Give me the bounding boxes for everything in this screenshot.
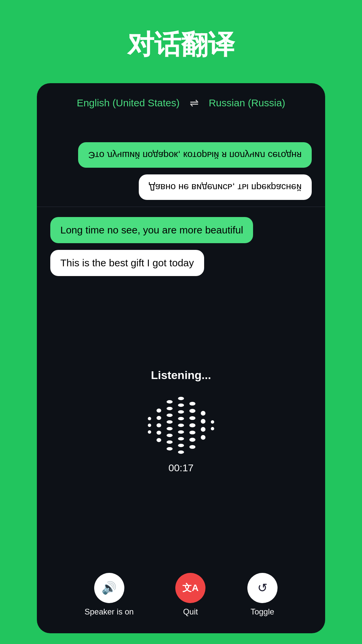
normal-chat-area: Long time no see, you are more beautiful… (37, 207, 325, 283)
normal-bubble-1: Long time no see, you are more beautiful (50, 217, 253, 243)
dot (178, 417, 184, 420)
dot (189, 431, 195, 434)
listening-area: Listening... (37, 283, 325, 566)
dot (157, 438, 161, 442)
waveform-col-6 (201, 410, 205, 440)
dot (148, 430, 151, 434)
dot (167, 447, 173, 450)
dot (201, 411, 205, 416)
dot (167, 434, 173, 437)
speaker-icon: 🔊 (102, 581, 117, 595)
dot (167, 427, 173, 430)
toggle-button[interactable]: ↺ (247, 573, 278, 603)
recording-timer: 00:17 (168, 462, 193, 474)
dot (201, 435, 205, 440)
speaker-label: Speaker is on (84, 607, 134, 616)
dot (148, 417, 151, 420)
flipped-bubble-2: Давно не виделись, ты прекрасней (139, 174, 312, 200)
waveform-col-7 (211, 417, 214, 434)
dot (211, 420, 214, 424)
toggle-icon: ↺ (257, 581, 267, 595)
dot (178, 410, 184, 414)
dot (201, 427, 205, 432)
dot (178, 397, 184, 400)
dot (189, 402, 195, 406)
page-title: 对话翻译 (127, 27, 235, 63)
waveform-col-1 (148, 415, 151, 435)
dot (178, 430, 184, 434)
waveform-visualization (148, 395, 214, 455)
dot (178, 444, 184, 447)
dot (178, 450, 184, 454)
speaker-control[interactable]: 🔊 Speaker is on (84, 573, 134, 616)
flipped-bubble-1: Это лучший подарок, который я получил се… (78, 142, 312, 168)
language-header: English (United States) ⇌ Russian (Russi… (37, 83, 325, 119)
main-card: English (United States) ⇌ Russian (Russi… (37, 83, 325, 633)
dot (167, 420, 173, 424)
translate-icon: 文A (182, 582, 198, 594)
toggle-label: Toggle (250, 607, 274, 616)
bottom-controls: 🔊 Speaker is on 文A Quit ↺ Toggle (37, 566, 325, 633)
dot (157, 409, 161, 413)
listening-status: Listening... (151, 369, 211, 382)
waveform-col-4 (178, 397, 184, 454)
dot (189, 423, 195, 427)
dot (157, 416, 161, 420)
dot (178, 424, 184, 427)
dot (167, 440, 173, 444)
quit-control[interactable]: 文A Quit (175, 573, 205, 616)
dot (201, 419, 205, 424)
flipped-chat-area: Это лучший подарок, который я получил се… (37, 119, 325, 207)
dot (189, 409, 195, 413)
quit-label: Quit (183, 607, 198, 616)
dot (189, 438, 195, 441)
dot (167, 400, 173, 404)
toggle-control[interactable]: ↺ Toggle (247, 573, 278, 616)
swap-languages-icon[interactable]: ⇌ (190, 97, 199, 109)
waveform-col-2 (157, 409, 161, 442)
normal-bubble-2: This is the best gift I got today (50, 250, 204, 276)
target-language[interactable]: Russian (Russia) (209, 97, 285, 109)
dot (178, 437, 184, 440)
speaker-button[interactable]: 🔊 (94, 573, 124, 603)
dot (148, 424, 151, 427)
dot (189, 416, 195, 420)
dot (167, 407, 173, 410)
dot (157, 423, 161, 427)
waveform-col-5 (189, 402, 195, 449)
dot (211, 427, 214, 430)
quit-button[interactable]: 文A (175, 573, 205, 603)
dot (157, 431, 161, 435)
waveform-col-3 (167, 400, 173, 450)
dot (178, 404, 184, 407)
dot (167, 414, 173, 417)
source-language[interactable]: English (United States) (77, 97, 180, 109)
dot (189, 445, 195, 449)
